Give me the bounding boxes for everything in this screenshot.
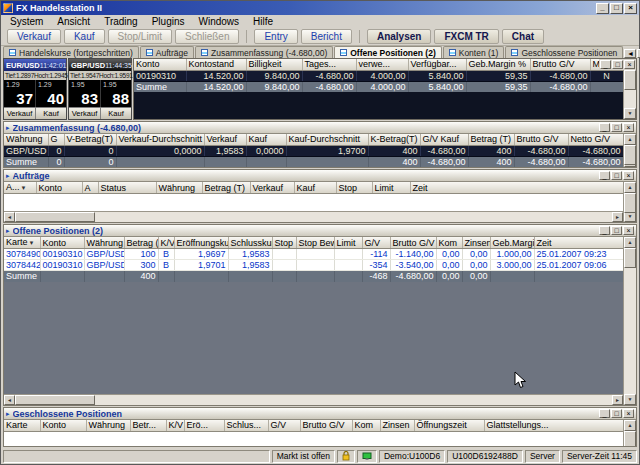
column-header[interactable]: Währung bbox=[4, 134, 48, 145]
column-header[interactable]: G/V bbox=[362, 237, 390, 249]
scrollbar-thumb[interactable] bbox=[624, 70, 636, 90]
tab-geschlossene-positionen[interactable]: Geschlossene Positionen bbox=[505, 46, 623, 58]
column-header[interactable]: Verkauf bbox=[250, 182, 294, 194]
column-header[interactable]: Karte bbox=[4, 420, 40, 431]
scroll-right-button[interactable]: ► bbox=[612, 395, 623, 405]
panel-minimize-button[interactable]: _ bbox=[599, 226, 610, 235]
scrollbar-thumb[interactable] bbox=[624, 248, 636, 268]
scroll-down-button[interactable]: ▼ bbox=[624, 394, 636, 405]
panel-maximize-button[interactable]: □ bbox=[612, 60, 623, 69]
column-header[interactable]: Stop bbox=[272, 237, 296, 249]
scroll-left-button[interactable]: ◄ bbox=[4, 212, 15, 222]
menu-system[interactable]: System bbox=[3, 15, 50, 28]
column-header[interactable]: Verfügbar... bbox=[408, 59, 466, 70]
scroll-up-button[interactable]: ▲ bbox=[624, 237, 636, 248]
panel-minimize-button[interactable]: _ bbox=[599, 123, 610, 132]
scroll-down-button[interactable]: ▼ bbox=[624, 108, 636, 119]
column-header[interactable]: Billigkeit bbox=[246, 59, 302, 70]
panel-maximize-button[interactable]: □ bbox=[611, 409, 622, 418]
panel-maximize-button[interactable]: □ bbox=[611, 226, 622, 235]
close-position-button[interactable]: Schließen bbox=[175, 29, 239, 44]
report-button[interactable]: Bericht bbox=[301, 29, 352, 44]
column-header[interactable]: Schlusskurs bbox=[228, 237, 272, 249]
horizontal-scrollbar[interactable]: ◄ ► bbox=[4, 211, 623, 222]
vertical-scrollbar[interactable]: ▲ ▼ bbox=[623, 134, 636, 167]
menu-windows[interactable]: Windows bbox=[192, 15, 247, 28]
column-header[interactable]: Geb.Margin % bbox=[466, 59, 530, 70]
column-header[interactable]: Kauf bbox=[294, 182, 336, 194]
tab-auftraege[interactable]: Aufträge bbox=[140, 46, 194, 58]
table-row[interactable]: GBP/USD000,00001,95830,00001,9700400-4.6… bbox=[4, 145, 623, 156]
column-header[interactable]: Stop bbox=[336, 182, 372, 194]
panel-titlebar[interactable]: ▸ Zusammenfassung (-4.680,00) _ □ × bbox=[4, 122, 636, 134]
column-header[interactable]: V-Betrag(T) bbox=[64, 134, 116, 145]
quote-buy-button[interactable]: Kauf bbox=[35, 107, 66, 119]
tab-zusammenfassung[interactable]: Zusammenfassung (-4.680,00) bbox=[195, 46, 333, 58]
panel-minimize-button[interactable]: _ bbox=[600, 60, 611, 69]
column-header[interactable]: Verkauf bbox=[204, 134, 246, 145]
window-close-button[interactable]: × bbox=[624, 3, 637, 14]
column-header[interactable]: Status bbox=[98, 182, 156, 194]
column-header[interactable]: Betrag (T) bbox=[124, 237, 158, 249]
column-header[interactable]: G bbox=[48, 134, 64, 145]
column-header[interactable]: verwe... bbox=[356, 59, 408, 70]
column-header[interactable]: A...▼ bbox=[4, 182, 36, 194]
window-minimize-button[interactable]: _ bbox=[596, 3, 609, 14]
column-header[interactable]: Währung bbox=[86, 420, 130, 431]
vertical-scrollbar[interactable]: ▲ ▼ bbox=[623, 420, 636, 446]
scroll-left-button[interactable]: ◄ bbox=[4, 395, 15, 405]
sell-quote-button[interactable]: 1.29 37 bbox=[4, 80, 35, 107]
menu-hilfe[interactable]: Hilfe bbox=[246, 15, 280, 28]
column-header[interactable]: Betrag (T) bbox=[202, 182, 250, 194]
scrollbar-thumb[interactable] bbox=[624, 145, 636, 165]
buy-button[interactable]: Kauf bbox=[64, 29, 105, 44]
column-header[interactable]: Geb.Margin bbox=[490, 237, 534, 249]
menu-plugins[interactable]: Plugins bbox=[145, 15, 192, 28]
column-header[interactable]: Kom bbox=[352, 420, 380, 431]
tab-konten[interactable]: Konten (1) bbox=[443, 46, 505, 58]
quote-buy-button[interactable]: Kauf bbox=[100, 107, 131, 119]
column-header[interactable]: Kauf-Durchschnitt bbox=[286, 134, 368, 145]
panel-minimize-button[interactable]: _ bbox=[599, 171, 610, 180]
tab-handelskurse[interactable]: Handelskurse (fortgeschritten) bbox=[3, 46, 139, 58]
column-header[interactable]: Betr... bbox=[130, 420, 166, 431]
column-header[interactable]: Brutto G/V bbox=[300, 420, 352, 431]
column-header[interactable]: G/V bbox=[268, 420, 300, 431]
menu-ansicht[interactable]: Ansicht bbox=[50, 15, 97, 28]
column-header[interactable]: Zeit bbox=[410, 182, 623, 194]
menu-trading[interactable]: Trading bbox=[97, 15, 145, 28]
column-header[interactable]: Zeit bbox=[534, 237, 623, 249]
column-header[interactable]: Brutto G/V bbox=[390, 237, 436, 249]
column-header[interactable]: Zinsen bbox=[462, 237, 490, 249]
summary-row[interactable]: Summe14.520,009.840,00-4.680,004.000,005… bbox=[134, 81, 623, 92]
panel-maximize-button[interactable]: □ bbox=[611, 171, 622, 180]
panel-titlebar[interactable]: ▸ Offene Positionen (2) _ □ × bbox=[4, 225, 636, 237]
column-header[interactable]: Konto bbox=[40, 420, 86, 431]
buy-quote-button[interactable]: 1.29 40 bbox=[35, 80, 66, 107]
tab-scroll-left-button[interactable]: ◄ bbox=[624, 49, 636, 58]
analysis-button[interactable]: Analysen bbox=[367, 29, 431, 44]
scroll-up-button[interactable]: ▲ bbox=[624, 182, 636, 193]
column-header[interactable]: Karte▼ bbox=[4, 237, 40, 249]
panel-titlebar[interactable]: ▸ Geschlossene Positionen _ □ × bbox=[4, 408, 636, 420]
buy-quote-button[interactable]: 1.95 88 bbox=[100, 80, 131, 107]
chat-button[interactable]: Chat bbox=[502, 29, 544, 44]
column-header[interactable]: Limit bbox=[372, 182, 410, 194]
column-header[interactable]: Konto bbox=[134, 59, 186, 70]
column-header[interactable]: Betrag (T) bbox=[468, 134, 514, 145]
panel-close-button[interactable]: × bbox=[623, 171, 634, 180]
titlebar[interactable]: FX Handelsstation II _ □ × bbox=[1, 1, 639, 15]
column-header[interactable]: Verkauf-Durchschnitt bbox=[116, 134, 204, 145]
vertical-scrollbar[interactable]: ▲ ▼ bbox=[623, 182, 636, 222]
column-header[interactable]: Konto bbox=[36, 182, 82, 194]
scroll-up-button[interactable]: ▲ bbox=[624, 134, 636, 145]
sell-button[interactable]: Verkauf bbox=[7, 29, 61, 44]
quote-sell-button[interactable]: Verkauf bbox=[4, 107, 35, 119]
scrollbar-thumb[interactable] bbox=[624, 193, 636, 213]
panel-titlebar[interactable]: ▸ Aufträge _ □ × bbox=[4, 170, 636, 182]
panel-close-button[interactable]: × bbox=[623, 409, 634, 418]
table-row[interactable]: 307844200190310GBP/USD300B1,97011,9583-3… bbox=[4, 260, 623, 271]
window-maximize-button[interactable]: □ bbox=[610, 3, 623, 14]
column-header[interactable]: Brutto G/V bbox=[514, 134, 568, 145]
horizontal-scrollbar[interactable]: ◄ ► bbox=[4, 394, 623, 405]
